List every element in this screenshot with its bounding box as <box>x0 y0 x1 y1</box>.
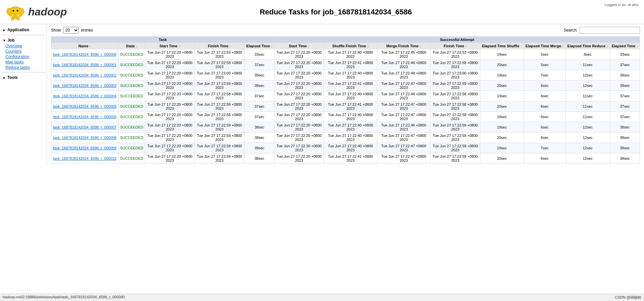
cell-att-start: Tue Jun 27 17:22:20 +0800 2023 <box>274 101 324 112</box>
task-link[interactable]: task_1687818142034_6586_r_000006 <box>53 115 116 119</box>
svg-point-5 <box>17 10 18 12</box>
table-body: task_1687818142034_6586_r_000000 SUCCEED… <box>51 49 640 164</box>
cell-elapsed-merge: 5sec <box>524 60 566 70</box>
sidebar-job-links: Overview Counters Configuration Map task… <box>1 43 45 70</box>
cell-att-start: Tue Jun 27 17:22:20 +0800 2023 <box>274 153 324 164</box>
cell-elapsed-total: 33sec <box>610 49 640 60</box>
sidebar-item-configuration[interactable]: Configuration <box>5 54 45 59</box>
col-start-time[interactable]: Start Time ↕ <box>145 43 195 49</box>
cell-elapsed-shuffle: 20sec <box>480 81 524 91</box>
cell-elapsed: 38sec <box>245 153 274 164</box>
cell-name: task_1687818142034_6586_r_000008 <box>51 133 118 143</box>
cell-att-shuffle: Tue Jun 27 17:22:41 +0800 2023 <box>324 101 377 112</box>
entries-select[interactable]: 10 20 25 50 100 <box>63 27 79 34</box>
cell-att-finish: Tue Jun 27 17:22:58 +0800 2023 <box>430 60 480 70</box>
col-att-start[interactable]: Start Time ↕ <box>274 43 324 49</box>
show-label: Show <box>51 28 61 33</box>
cell-elapsed-shuffle: 19sec <box>480 70 524 81</box>
task-link[interactable]: task_1687818142034_6586_r_000009 <box>53 146 116 150</box>
cell-elapsed-reduce: 11sec <box>566 91 610 101</box>
sidebar-tools-header[interactable]: ► Tools <box>1 74 45 81</box>
col-finish-time[interactable]: Finish Time ↕ <box>195 43 245 49</box>
cell-finish-time: Tue Jun 27 17:22:59 +0800 2023 <box>195 81 245 91</box>
cell-elapsed-total: 39sec <box>610 70 640 81</box>
cell-att-finish: Tue Jun 27 17:22:59 +0800 2023 <box>430 153 480 164</box>
cell-elapsed-reduce: 11sec <box>566 60 610 70</box>
task-link[interactable]: task_1687818142034_6586_r_000000 <box>53 52 116 56</box>
cell-name: task_1687818142034_6586_r_000004 <box>51 91 118 101</box>
cell-finish-time: Tue Jun 27 17:22:58 +0800 2023 <box>195 60 245 70</box>
cell-state: SUCCEEDED <box>118 112 145 122</box>
col-elapsed-shuffle[interactable]: Elapsed Time Shuffle ↕ <box>480 43 524 49</box>
cell-elapsed-total: 37sec <box>610 60 640 70</box>
task-link[interactable]: task_1687818142034_6586_r_000004 <box>53 94 116 98</box>
cell-elapsed: 38sec <box>245 122 274 133</box>
cell-elapsed-reduce: 12sec <box>566 143 610 153</box>
table-row: task_1687818142034_6586_r_000010 SUCCEED… <box>51 153 640 164</box>
tools-arrow-icon: ► <box>3 76 6 80</box>
cell-elapsed-shuffle: 19sec <box>480 112 524 122</box>
sidebar-item-overview[interactable]: Overview <box>5 43 45 49</box>
cell-elapsed-reduce: 11sec <box>566 112 610 122</box>
sidebar-item-reduce-tasks[interactable]: Reduce tasks <box>5 65 45 70</box>
table-row: task_1687818142034_6586_r_000002 SUCCEED… <box>51 70 640 81</box>
task-link[interactable]: task_1687818142034_6586_r_000003 <box>53 84 116 88</box>
logo-text: hadoop <box>28 6 67 18</box>
cell-elapsed-shuffle: 20sec <box>480 133 524 143</box>
search-input[interactable] <box>580 27 640 34</box>
col-state[interactable]: State ↕ <box>118 43 145 49</box>
svg-rect-6 <box>11 17 14 20</box>
sidebar-item-counters[interactable]: Counters <box>5 49 45 54</box>
table-row: task_1687818142034_6586_r_000009 SUCCEED… <box>51 143 640 153</box>
task-link[interactable]: task_1687818142034_6586_r_000002 <box>53 73 116 77</box>
sidebar-application-header[interactable]: ► Application <box>1 27 45 33</box>
cell-att-merge: Tue Jun 27 17:22:47 +0800 2023 <box>377 143 430 153</box>
cell-att-merge: Tue Jun 27 17:22:47 +0800 2023 <box>377 112 430 122</box>
svg-point-2 <box>7 8 12 15</box>
col-elapsed-total[interactable]: Elapsed Time ↕ <box>610 43 640 49</box>
col-att-shuffle[interactable]: Shuffle Finish Time ↕ <box>324 43 377 49</box>
cell-start-time: Tue Jun 27 17:22:20 +0800 2023 <box>145 143 195 153</box>
cell-elapsed-total: 38sec <box>610 133 640 143</box>
col-att-finish[interactable]: Finish Time ↕ <box>430 43 480 49</box>
task-link[interactable]: task_1687818142034_6586_r_000001 <box>53 63 116 67</box>
cell-att-start: Tue Jun 27 17:22:20 +0800 2023 <box>274 112 324 122</box>
task-link[interactable]: task_1687818142034_6586_r_000007 <box>53 125 116 129</box>
task-link[interactable]: task_1687818142034_6586_r_000010 <box>53 156 116 160</box>
cell-finish-time: Tue Jun 27 17:22:59 +0800 2023 <box>195 153 245 164</box>
task-link[interactable]: task_1687818142034_6586_r_000005 <box>53 104 116 108</box>
col-elapsed-merge[interactable]: Elapsed Time Merge ↕ <box>524 43 566 49</box>
cell-elapsed: 38sec <box>245 133 274 143</box>
col-elapsed-time[interactable]: Elapsed Time ↕ <box>245 43 274 49</box>
cell-finish-time: Tue Jun 27 17:22:59 +0800 2023 <box>195 133 245 143</box>
cell-att-shuffle: Tue Jun 27 17:22:40 +0800 2023 <box>324 70 377 81</box>
cell-state: SUCCEEDED <box>118 81 145 91</box>
cell-state: SUCCEEDED <box>118 70 145 81</box>
cell-att-start: Tue Jun 27 17:22:20 +0800 2023 <box>274 122 324 133</box>
cell-att-start: Tue Jun 27 17:22:20 +0800 2023 <box>274 70 324 81</box>
search-label: Search: <box>564 28 578 33</box>
attempt-group-header: Successful Attempt <box>274 37 640 43</box>
sidebar-job-header[interactable]: ▼ Job <box>1 37 45 43</box>
col-name[interactable]: Name ↕ <box>51 43 118 49</box>
svg-rect-7 <box>17 17 19 20</box>
cell-elapsed: 39sec <box>245 81 274 91</box>
cell-att-merge: Tue Jun 27 17:22:47 +0800 2023 <box>377 81 430 91</box>
sidebar-item-map-tasks[interactable]: Map tasks <box>5 59 45 65</box>
cell-elapsed: 39sec <box>245 70 274 81</box>
cell-att-start: Tue Jun 27 17:22:20 +0800 2023 <box>274 49 324 60</box>
cell-elapsed-merge: 6sec <box>524 112 566 122</box>
task-link[interactable]: task_1687818142034_6586_r_000008 <box>53 136 116 140</box>
cell-name: task_1687818142034_6586_r_000000 <box>51 49 118 60</box>
cell-elapsed-shuffle: 19sec <box>480 122 524 133</box>
col-elapsed-reduce[interactable]: Elapsed Time Reduce ↕ <box>566 43 610 49</box>
cell-state: SUCCEEDED <box>118 49 145 60</box>
cell-finish-time: Tue Jun 27 17:22:58 +0800 2023 <box>195 101 245 112</box>
cell-elapsed-shuffle: 19sec <box>480 143 524 153</box>
sort-elapsed-merge-icon: ↕ <box>562 45 564 48</box>
col-att-merge[interactable]: Merge Finish Time ↕ <box>377 43 430 49</box>
login-info: Logged in as: dr.who <box>604 3 639 7</box>
cell-att-finish: Tue Jun 27 17:22:59 +0800 2023 <box>430 133 480 143</box>
cell-att-shuffle: Tue Jun 27 17:22:41 +0800 2023 <box>324 60 377 70</box>
table-row: task_1687818142034_6586_r_000007 SUCCEED… <box>51 122 640 133</box>
